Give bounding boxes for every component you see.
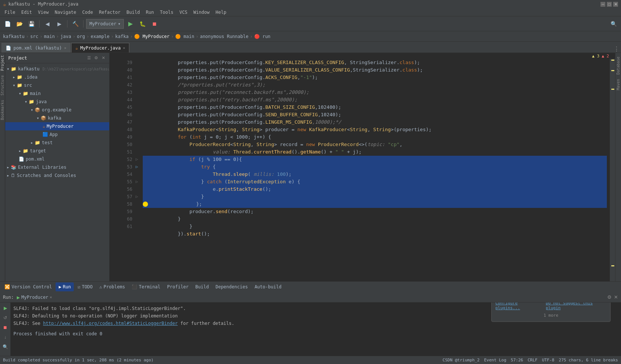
code-line-39: properties.put(ProducerConfig.KEY_SERIAL… — [143, 59, 607, 66]
dont-suggest-link[interactable]: Do not suggest this plugin — [546, 303, 606, 310]
tool-tab-version-control[interactable]: 🔀 Version Control — [1, 282, 55, 291]
tree-item-app[interactable]: 🟦 App — [5, 130, 109, 139]
stop-button[interactable]: ⏹ — [149, 19, 160, 29]
nav-main-method[interactable]: 🟠 main — [175, 34, 194, 39]
configure-plugins-link[interactable]: Configure plugins... — [495, 303, 542, 310]
console-scroll-end-btn[interactable]: ↓ — [1, 333, 9, 341]
tree-item-org-example[interactable]: ▾ 📦 org.example — [5, 106, 109, 114]
console-link-3[interactable]: http://www.slf4j.org/codes.html#StaticLo… — [43, 321, 177, 326]
run-button[interactable]: ▶ — [125, 19, 136, 29]
tree-item-main[interactable]: ▾ 📁 main — [5, 89, 109, 98]
chars-info: 275 chars, 6 line breaks — [559, 358, 618, 363]
console-line-1: SLF4J: Failed to load class "org.slf4j.i… — [13, 305, 493, 312]
tool-tab-dependencies[interactable]: Dependencies — [212, 282, 251, 291]
console-run-btn[interactable]: ▶ — [1, 304, 9, 312]
open-button[interactable]: 📂 — [14, 19, 25, 29]
back-button[interactable]: ◀ — [42, 19, 53, 29]
tool-tab-run[interactable]: ▶ Run — [56, 282, 74, 291]
more-label[interactable]: 1 more — [543, 313, 558, 318]
forward-button[interactable]: ▶ — [54, 19, 64, 29]
nav-kafka[interactable]: kafka — [115, 34, 129, 39]
menu-build[interactable]: Build — [123, 8, 143, 16]
search-button[interactable]: 🔍 — [608, 19, 619, 29]
tree-item-target[interactable]: ▸ 📁 target — [5, 147, 109, 155]
console-stop-btn[interactable]: ⏹ — [1, 323, 9, 332]
menu-tools[interactable]: Tools — [157, 8, 176, 16]
nav-run[interactable]: 🔴 run — [254, 34, 271, 39]
tree-item-scratches[interactable]: ▸ 🗒 Scratches and Consoles — [5, 171, 109, 180]
tool-tab-profiler[interactable]: Profiler — [164, 282, 192, 291]
separator-1 — [39, 20, 40, 28]
menu-help[interactable]: Help — [212, 8, 229, 16]
menu-view[interactable]: View — [35, 8, 52, 16]
console-filter-btn[interactable]: 🔍 — [1, 343, 9, 351]
database-panel-label[interactable]: Database — [616, 54, 620, 77]
menu-file[interactable]: File — [1, 8, 18, 16]
nav-kafkastu[interactable]: kafkastu — [3, 34, 25, 39]
tool-tab-autobuild[interactable]: Auto-build — [252, 282, 284, 291]
minimize-button[interactable]: ─ — [600, 2, 605, 7]
menu-edit[interactable]: Edit — [18, 8, 35, 16]
run-tab-close[interactable]: ✕ — [50, 295, 52, 299]
build-button[interactable]: 🔨 — [70, 19, 81, 29]
console-rerun-btn[interactable]: ↺ — [1, 314, 9, 322]
run-close-btn[interactable]: ✕ — [614, 294, 618, 300]
tree-item-src[interactable]: ▾ 📁 src — [5, 81, 109, 89]
event-log-label[interactable]: Event Log — [484, 358, 507, 363]
menu-vcs[interactable]: VCS — [176, 8, 190, 16]
run-config-dropdown[interactable]: MyProducer ▾ — [86, 19, 124, 29]
panel-collapse-btn[interactable]: ☰ — [86, 55, 92, 61]
code-line-49: for (int j = 0; j < 1000; j++) { — [143, 133, 607, 141]
tree-item-kafka[interactable]: ▾ 📦 kafka — [5, 114, 109, 122]
nav-myproducer[interactable]: 🟠 MyProducer — [134, 34, 169, 39]
menu-window[interactable]: Window — [190, 8, 212, 16]
save-button[interactable]: 💾 — [26, 19, 37, 29]
tab-myproducer-close[interactable]: ✕ — [123, 46, 125, 50]
line-ending[interactable]: CRLF — [527, 358, 538, 363]
tab-pom-close[interactable]: ✕ — [64, 46, 66, 50]
tool-tab-terminal[interactable]: ⬛ Terminal — [129, 282, 163, 291]
bookmarks-panel-label[interactable]: Bookmarks — [0, 98, 4, 122]
tree-item-kafkastu[interactable]: ▾ 📁 kafkastu D:\kb21\myworkspace\cp\kafk… — [5, 65, 109, 73]
tree-item-ext-libs[interactable]: ▸ 📚 External Libraries — [5, 163, 109, 171]
title-bar-controls[interactable]: ─ □ ✕ — [600, 2, 618, 7]
tree-item-pom[interactable]: 📄 pom.xml — [5, 155, 109, 163]
menu-navigate[interactable]: Navigate — [52, 8, 79, 16]
encoding[interactable]: UTF-8 — [542, 358, 554, 363]
maximize-button[interactable]: □ — [607, 2, 612, 7]
menu-bar: File Edit View Navigate Code Refactor Bu… — [0, 8, 621, 16]
tabs-menu-button[interactable]: ⋮ — [614, 45, 620, 53]
code-line-60: } — [143, 215, 607, 223]
run-tab[interactable]: ▶ MyProducer ✕ — [17, 294, 52, 300]
code-text[interactable]: properties.put(ProducerConfig.KEY_SERIAL… — [140, 59, 610, 281]
title-bar-title: kafkastu - MyProducer.java — [8, 1, 78, 7]
nav-java[interactable]: java — [60, 34, 71, 39]
nav-main[interactable]: main — [44, 34, 55, 39]
tool-tab-todo[interactable]: ☑ TODO — [75, 282, 95, 291]
menu-code[interactable]: Code — [79, 8, 96, 16]
nav-src[interactable]: src — [30, 34, 38, 39]
panel-hide-btn[interactable]: ✕ — [100, 55, 106, 61]
menu-refactor[interactable]: Refactor — [96, 8, 123, 16]
tree-item-test[interactable]: ▸ 📁 test — [5, 139, 109, 147]
menu-run[interactable]: Run — [143, 8, 157, 16]
new-file-button[interactable]: 📄 — [2, 19, 13, 29]
nav-anon-runnable[interactable]: anonymous Runnable — [200, 34, 248, 39]
run-settings-btn[interactable]: ⚙ — [607, 294, 612, 300]
debug-button[interactable]: 🐛 — [137, 19, 148, 29]
close-button[interactable]: ✕ — [613, 2, 618, 7]
panel-settings-btn[interactable]: ⚙ — [93, 55, 99, 61]
tab-pom-xml[interactable]: 📄 pom.xml (kafkastu) ✕ — [1, 43, 70, 53]
tree-item-idea[interactable]: ▸ 📁 .idea — [5, 73, 109, 81]
nav-org[interactable]: org — [77, 34, 85, 39]
tool-tab-problems[interactable]: ⚠ Problems — [96, 282, 128, 291]
tree-item-myproducer[interactable]: ☕ MyProducer — [5, 122, 109, 130]
tree-item-java[interactable]: ▾ 📁 java — [5, 98, 109, 106]
tab-myproducer[interactable]: ☕ MyProducer.java ✕ — [71, 43, 129, 53]
project-panel-label[interactable]: Project — [0, 53, 4, 73]
nav-example[interactable]: example — [91, 34, 110, 39]
warning-indicator: ▲ 3 ▲ 2 — [110, 53, 615, 59]
maven-panel-label[interactable]: Maven — [616, 77, 620, 92]
structure-panel-label[interactable]: Structure — [0, 73, 4, 98]
tool-tab-build[interactable]: Build — [192, 282, 212, 291]
